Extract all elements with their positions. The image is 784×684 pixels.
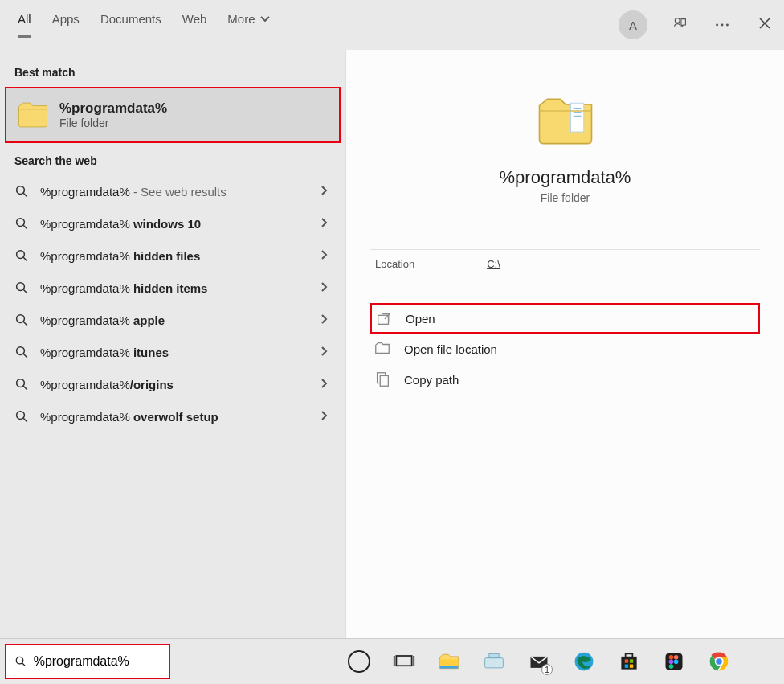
web-result-row[interactable]: %programdata% itunes bbox=[0, 336, 345, 368]
web-result-left: %programdata%/origins bbox=[14, 377, 174, 391]
location-row: Location C:\ bbox=[370, 249, 760, 278]
file-explorer-icon[interactable] bbox=[437, 649, 461, 674]
search-icon bbox=[14, 409, 29, 424]
feedback-icon[interactable] bbox=[672, 16, 689, 34]
figma-icon[interactable] bbox=[662, 649, 686, 674]
taskbar-search-input[interactable] bbox=[34, 654, 161, 669]
svg-point-6 bbox=[17, 219, 25, 227]
search-icon bbox=[14, 313, 29, 327]
svg-line-5 bbox=[23, 193, 27, 197]
svg-rect-37 bbox=[621, 657, 636, 670]
web-result-left: %programdata% - See web results bbox=[14, 184, 227, 199]
mail-badge: 1 bbox=[541, 664, 553, 675]
more-options-icon[interactable] bbox=[713, 16, 731, 34]
web-result-left: %programdata% hidden items bbox=[14, 281, 207, 295]
svg-rect-29 bbox=[396, 656, 411, 666]
web-result-row[interactable]: %programdata% windows 10 bbox=[0, 207, 345, 240]
svg-point-27 bbox=[16, 657, 22, 663]
taskbar-icons: 1 bbox=[347, 649, 731, 674]
tab-web[interactable]: Web bbox=[182, 12, 207, 38]
mail-icon[interactable]: 1 bbox=[527, 649, 551, 674]
chevron-right-icon bbox=[320, 377, 329, 391]
svg-rect-40 bbox=[630, 659, 633, 662]
svg-line-11 bbox=[23, 289, 27, 293]
best-match-result[interactable]: %programdata% File folder bbox=[5, 87, 341, 143]
web-result-text: %programdata% windows 10 bbox=[40, 217, 201, 231]
search-the-web-header: Search the web bbox=[0, 143, 345, 175]
web-result-text: %programdata% hidden items bbox=[40, 281, 207, 295]
web-result-left: %programdata% apple bbox=[14, 313, 165, 327]
edge-icon[interactable] bbox=[572, 649, 596, 674]
web-results-list: %programdata% - See web results%programd… bbox=[0, 175, 345, 432]
svg-point-46 bbox=[669, 660, 674, 665]
action-open-file-location-label: Open file location bbox=[404, 342, 497, 356]
chevron-down-icon bbox=[260, 14, 270, 24]
tab-documents[interactable]: Documents bbox=[100, 12, 161, 38]
search-icon bbox=[14, 216, 29, 231]
tab-apps[interactable]: Apps bbox=[52, 12, 80, 38]
location-value[interactable]: C:\ bbox=[487, 258, 500, 270]
web-result-row[interactable]: %programdata% hidden items bbox=[0, 272, 345, 304]
close-icon bbox=[758, 17, 771, 30]
svg-line-9 bbox=[23, 257, 27, 261]
svg-line-17 bbox=[23, 386, 27, 390]
web-result-row[interactable]: %programdata% - See web results bbox=[0, 175, 345, 207]
actions-list: Open Open file location Copy path bbox=[370, 293, 760, 395]
user-avatar[interactable]: A bbox=[619, 10, 647, 39]
svg-point-8 bbox=[17, 251, 25, 259]
copy-icon bbox=[374, 371, 391, 388]
chevron-right-icon bbox=[320, 409, 329, 424]
topbar-right: A bbox=[619, 10, 774, 39]
web-result-left: %programdata% windows 10 bbox=[14, 216, 201, 231]
detail-subtitle: File folder bbox=[541, 191, 590, 204]
web-result-text: %programdata% itunes bbox=[40, 346, 169, 359]
svg-rect-41 bbox=[625, 665, 628, 668]
results-panel: Best match %programdata% File folder Sea… bbox=[0, 50, 345, 638]
svg-point-0 bbox=[675, 18, 680, 23]
chevron-right-icon bbox=[320, 248, 329, 263]
tab-all[interactable]: All bbox=[18, 12, 31, 38]
tab-more[interactable]: More bbox=[227, 12, 269, 38]
svg-point-44 bbox=[669, 655, 674, 660]
location-label: Location bbox=[375, 258, 414, 270]
web-result-row[interactable]: %programdata% hidden files bbox=[0, 240, 345, 272]
svg-point-2 bbox=[721, 24, 724, 27]
svg-rect-26 bbox=[380, 375, 388, 386]
close-button[interactable] bbox=[755, 17, 774, 34]
action-open[interactable]: Open bbox=[370, 303, 760, 334]
cortana-icon[interactable] bbox=[347, 649, 371, 674]
action-copy-path[interactable]: Copy path bbox=[370, 364, 760, 395]
open-icon bbox=[375, 309, 393, 327]
web-result-row[interactable]: %programdata% apple bbox=[0, 304, 345, 336]
search-icon bbox=[14, 248, 29, 263]
top-tab-bar: All Apps Documents Web More A bbox=[0, 0, 784, 50]
chrome-icon[interactable] bbox=[707, 649, 731, 674]
svg-point-48 bbox=[669, 664, 674, 669]
task-view-icon[interactable] bbox=[392, 649, 416, 674]
web-result-row[interactable]: %programdata% overwolf setup bbox=[0, 400, 345, 432]
web-result-text: %programdata%/origins bbox=[40, 378, 174, 391]
svg-point-14 bbox=[17, 347, 25, 355]
chevron-right-icon bbox=[320, 345, 329, 359]
folder-outline-icon bbox=[374, 340, 391, 358]
keyboard-icon[interactable] bbox=[482, 649, 506, 674]
microsoft-store-icon[interactable] bbox=[617, 649, 641, 674]
svg-rect-35 bbox=[489, 653, 499, 657]
best-match-text: %programdata% File folder bbox=[59, 100, 167, 129]
best-match-title: %programdata% bbox=[59, 100, 167, 117]
chevron-right-icon bbox=[320, 313, 329, 327]
main-content: Best match %programdata% File folder Sea… bbox=[0, 50, 784, 638]
svg-line-28 bbox=[22, 663, 26, 666]
detail-panel: %programdata% File folder Location C:\ O… bbox=[345, 50, 784, 638]
taskbar-search-box[interactable] bbox=[5, 644, 170, 679]
tab-more-label: More bbox=[227, 12, 255, 26]
web-result-text: %programdata% apple bbox=[40, 313, 165, 327]
svg-line-13 bbox=[23, 322, 27, 326]
svg-rect-42 bbox=[630, 665, 633, 668]
action-open-file-location[interactable]: Open file location bbox=[370, 334, 760, 364]
best-match-subtitle: File folder bbox=[59, 117, 167, 129]
web-result-text: %programdata% overwolf setup bbox=[40, 410, 218, 424]
svg-point-12 bbox=[17, 315, 25, 323]
search-icon bbox=[14, 377, 29, 391]
web-result-row[interactable]: %programdata%/origins bbox=[0, 368, 345, 400]
